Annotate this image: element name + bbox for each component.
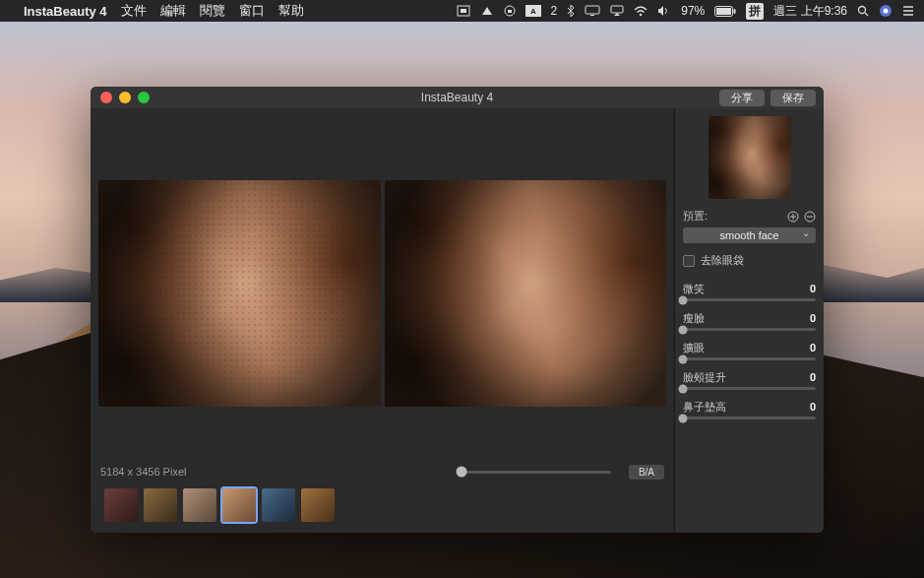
image-dimensions: 5184 x 3456 Pixel [100, 466, 186, 478]
status-volume-icon[interactable] [657, 5, 671, 17]
share-button[interactable]: 分享 [719, 90, 765, 106]
svg-rect-6 [585, 6, 599, 14]
slider-value-4: 0 [810, 401, 816, 413]
status-battery-pct[interactable]: 97% [681, 4, 705, 18]
status-battery-icon[interactable] [714, 6, 736, 17]
canvas-area[interactable] [91, 108, 674, 458]
slider-value-0: 0 [810, 283, 816, 294]
slider-thumb-0[interactable] [679, 295, 688, 304]
thumbnail-3[interactable] [183, 488, 216, 522]
before-image [98, 180, 381, 407]
svg-point-16 [884, 9, 889, 14]
svg-rect-11 [716, 8, 731, 15]
thumbnail-4[interactable] [222, 488, 256, 522]
status-adobe-icon[interactable]: A [525, 5, 541, 17]
slider-1: 瘦臉0 [683, 311, 816, 331]
thumbnail-1[interactable] [104, 488, 138, 522]
bottom-toolbar: 5184 x 3456 Pixel B/A [91, 458, 674, 485]
menu-help[interactable]: 幫助 [278, 2, 304, 20]
titlebar[interactable]: InstaBeauty 4 分享 保存 [91, 87, 824, 108]
menubar-appname[interactable]: InstaBeauty 4 [24, 4, 107, 19]
main-area: 5184 x 3456 Pixel B/A [91, 108, 674, 533]
preset-add-button[interactable] [786, 210, 799, 223]
status-app1-icon[interactable] [457, 5, 470, 17]
slider-thumb-4[interactable] [679, 414, 688, 422]
after-image [385, 180, 667, 407]
svg-rect-8 [611, 6, 623, 13]
menu-window[interactable]: 窗口 [239, 2, 265, 20]
save-button[interactable]: 保存 [770, 90, 816, 106]
svg-line-14 [865, 13, 868, 16]
status-bluetooth-icon[interactable] [567, 5, 575, 17]
thumbnail-2[interactable] [144, 488, 177, 522]
slider-name-3: 臉頰提升 [683, 370, 726, 385]
slider-track-0[interactable] [683, 298, 816, 301]
preset-label: 預置: [683, 209, 708, 224]
window-title: InstaBeauty 4 [91, 91, 824, 104]
slider-value-2: 0 [810, 342, 816, 353]
status-lock-icon[interactable] [504, 5, 516, 17]
slider-2: 擴眼0 [683, 341, 816, 360]
svg-rect-1 [461, 9, 466, 13]
thumbnail-6[interactable] [301, 488, 335, 522]
window-maximize-button[interactable] [138, 92, 150, 103]
menu-view[interactable]: 閱覽 [200, 2, 225, 20]
traffic-lights [91, 92, 150, 103]
preset-remove-button[interactable] [803, 210, 816, 223]
svg-rect-7 [590, 15, 594, 16]
slider-value-1: 0 [810, 312, 816, 324]
slider-name-4: 鼻子墊高 [683, 400, 726, 415]
app-window: InstaBeauty 4 分享 保存 5184 x 3456 Pixel [91, 87, 824, 533]
window-close-button[interactable] [100, 92, 112, 103]
slider-4: 鼻子墊高0 [683, 400, 816, 419]
panel-preview [708, 116, 791, 199]
remove-eyebag-label: 去除眼袋 [701, 253, 744, 268]
preset-dropdown[interactable]: smooth face [683, 227, 816, 243]
slider-thumb-3[interactable] [679, 384, 688, 393]
slider-name-2: 擴眼 [683, 341, 705, 355]
window-minimize-button[interactable] [119, 92, 131, 103]
slider-0: 微笑0 [683, 282, 816, 301]
filmstrip [91, 485, 674, 533]
svg-point-9 [640, 13, 642, 15]
status-spotlight-icon[interactable] [857, 5, 869, 17]
remove-eyebag-checkbox[interactable] [683, 255, 695, 267]
status-notification-icon[interactable] [902, 5, 914, 17]
status-display-icon[interactable] [585, 5, 600, 17]
slider-thumb-2[interactable] [679, 354, 688, 363]
slider-track-4[interactable] [683, 417, 816, 419]
svg-text:A: A [530, 7, 536, 16]
slider-value-3: 0 [810, 371, 816, 383]
status-ime-badge[interactable]: 拼 [746, 3, 764, 20]
slider-name-1: 瘦臉 [683, 311, 705, 326]
svg-rect-12 [734, 9, 736, 14]
menu-file[interactable]: 文件 [121, 2, 147, 20]
zoom-slider[interactable] [462, 471, 610, 474]
slider-track-2[interactable] [683, 357, 816, 360]
status-wifi-icon[interactable] [634, 6, 647, 17]
slider-track-1[interactable] [683, 328, 816, 331]
slider-track-3[interactable] [683, 387, 816, 390]
macos-menubar: InstaBeauty 4 文件 編輯 閱覽 窗口 幫助 A 2 97% 拼 週… [0, 0, 924, 22]
status-app2-icon[interactable] [480, 5, 494, 17]
status-airplay-icon[interactable] [610, 5, 624, 17]
status-number-icon[interactable]: 2 [551, 4, 558, 18]
status-siri-icon[interactable] [879, 4, 893, 18]
svg-point-13 [859, 7, 866, 14]
slider-thumb-1[interactable] [679, 325, 688, 334]
status-clock[interactable]: 週三 上午9:36 [773, 3, 847, 20]
before-after-toggle[interactable]: B/A [629, 465, 664, 480]
menu-edit[interactable]: 編輯 [160, 2, 186, 20]
slider-3: 臉頰提升0 [683, 370, 816, 390]
thumbnail-5[interactable] [262, 488, 295, 522]
svg-rect-3 [508, 10, 512, 13]
slider-name-0: 微笑 [683, 282, 705, 296]
side-panel: 預置: smooth face 去除眼袋 微笑0瘦臉0擴眼0臉頰提升0鼻子墊高0 [674, 108, 824, 533]
